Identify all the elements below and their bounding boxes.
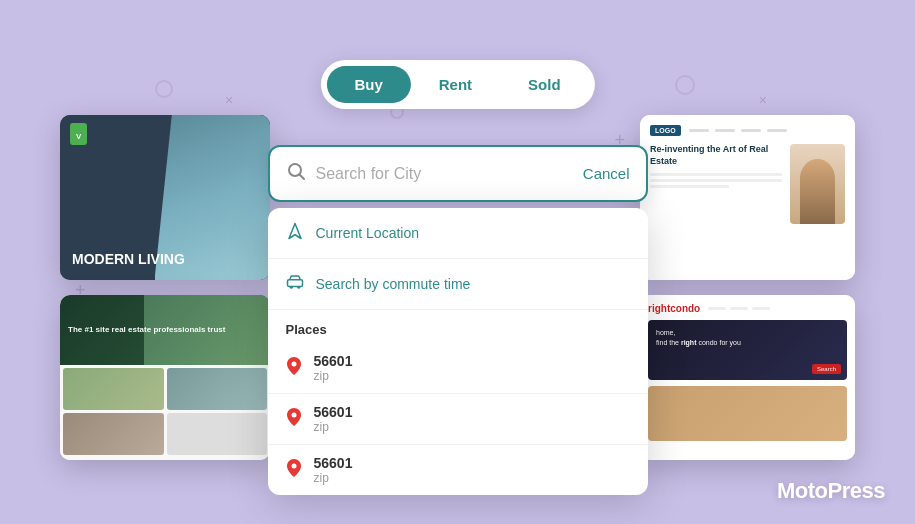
card-logo: V bbox=[70, 123, 87, 145]
place-type-2: zip bbox=[314, 420, 353, 434]
r-top-bar: LOGO bbox=[650, 125, 845, 136]
place-type-1: zip bbox=[314, 369, 353, 383]
property-thumb-2 bbox=[167, 368, 268, 410]
deco-x-1: × bbox=[225, 92, 233, 108]
place-item-3[interactable]: 56601 zip bbox=[268, 445, 648, 495]
svg-point-8 bbox=[291, 464, 296, 469]
property-thumb-4 bbox=[167, 413, 268, 455]
deco-circle-1 bbox=[155, 80, 173, 98]
br-logo-text: rightcondo bbox=[648, 303, 700, 314]
places-header: Places bbox=[268, 310, 648, 343]
commute-time-label: Search by commute time bbox=[316, 276, 471, 292]
r-nav-dot-1 bbox=[689, 129, 709, 132]
place-info-2: 56601 zip bbox=[314, 404, 353, 434]
cancel-button[interactable]: Cancel bbox=[583, 165, 630, 182]
property-grid bbox=[60, 365, 270, 458]
place-zip-1: 56601 bbox=[314, 353, 353, 369]
r-nav-dot-4 bbox=[767, 129, 787, 132]
pin-icon-3 bbox=[286, 458, 302, 482]
search-bar: Search for City Cancel bbox=[268, 145, 648, 202]
card-professionals: The #1 site real estate professionals tr… bbox=[60, 295, 270, 460]
property-thumb-1 bbox=[63, 368, 164, 410]
svg-point-4 bbox=[289, 286, 292, 289]
pin-icon-1 bbox=[286, 356, 302, 380]
svg-point-6 bbox=[291, 362, 296, 367]
card-rightcondo: rightcondo home,find the right condo for… bbox=[640, 295, 855, 460]
motopress-branding: MotoPress bbox=[777, 478, 885, 504]
br-nav-item-2 bbox=[730, 307, 748, 310]
current-location-item[interactable]: Current Location bbox=[268, 208, 648, 259]
property-thumb-3 bbox=[63, 413, 164, 455]
br-hero-text: home,find the right condo for you bbox=[656, 328, 839, 348]
deco-x-2: × bbox=[759, 92, 767, 108]
br-bottom-image bbox=[648, 386, 847, 441]
r-nav-dot-2 bbox=[715, 129, 735, 132]
br-hero: home,find the right condo for you Search bbox=[648, 320, 847, 380]
br-nav bbox=[708, 307, 770, 310]
svg-rect-3 bbox=[287, 280, 302, 287]
card-title: MODERN LIVING bbox=[72, 251, 258, 268]
bl-banner: The #1 site real estate professionals tr… bbox=[60, 295, 270, 365]
br-nav-item-3 bbox=[752, 307, 770, 310]
r-nav bbox=[689, 129, 787, 132]
r-nav-dot-3 bbox=[741, 129, 761, 132]
r-headline: Re-inventing the Art of Real Estate bbox=[650, 144, 782, 167]
tab-rent[interactable]: Rent bbox=[411, 66, 500, 103]
svg-point-7 bbox=[291, 413, 296, 418]
r-content: Re-inventing the Art of Real Estate bbox=[650, 144, 845, 224]
car-icon bbox=[286, 273, 304, 295]
place-info-1: 56601 zip bbox=[314, 353, 353, 383]
place-info-3: 56601 zip bbox=[314, 455, 353, 485]
tab-row: Buy Rent Sold bbox=[320, 60, 594, 109]
r-subtext-3 bbox=[650, 185, 729, 188]
pin-icon-2 bbox=[286, 407, 302, 431]
search-dropdown: Current Location Search by commute time … bbox=[268, 208, 648, 495]
search-container: Search for City Cancel Current Location bbox=[268, 145, 648, 495]
card-modern-living: V MODERN LIVING bbox=[60, 115, 270, 280]
br-cta: Search bbox=[812, 364, 841, 374]
br-nav-item-1 bbox=[708, 307, 726, 310]
br-top: rightcondo bbox=[648, 303, 847, 314]
r-person-photo bbox=[790, 144, 845, 224]
tab-sold[interactable]: Sold bbox=[500, 66, 589, 103]
card-reinventing: LOGO Re-inventing the Art of Real Estate bbox=[640, 115, 855, 280]
r-subtext-2 bbox=[650, 179, 782, 182]
search-icon bbox=[286, 161, 306, 186]
place-item-1[interactable]: 56601 zip bbox=[268, 343, 648, 394]
deco-circle-3 bbox=[675, 75, 695, 95]
svg-marker-2 bbox=[289, 224, 301, 239]
banner-text: The #1 site real estate professionals tr… bbox=[68, 325, 225, 335]
search-placeholder[interactable]: Search for City bbox=[316, 165, 563, 183]
tab-buy[interactable]: Buy bbox=[326, 66, 410, 103]
svg-point-5 bbox=[297, 286, 300, 289]
place-item-2[interactable]: 56601 zip bbox=[268, 394, 648, 445]
r-person-silhouette bbox=[800, 159, 835, 224]
r-subtext-1 bbox=[650, 173, 782, 176]
navigation-icon bbox=[286, 222, 304, 244]
place-type-3: zip bbox=[314, 471, 353, 485]
r-logo: LOGO bbox=[650, 125, 681, 136]
commute-time-item[interactable]: Search by commute time bbox=[268, 259, 648, 310]
current-location-label: Current Location bbox=[316, 225, 420, 241]
place-zip-2: 56601 bbox=[314, 404, 353, 420]
r-text: Re-inventing the Art of Real Estate bbox=[650, 144, 782, 224]
svg-line-1 bbox=[299, 175, 304, 180]
place-zip-3: 56601 bbox=[314, 455, 353, 471]
